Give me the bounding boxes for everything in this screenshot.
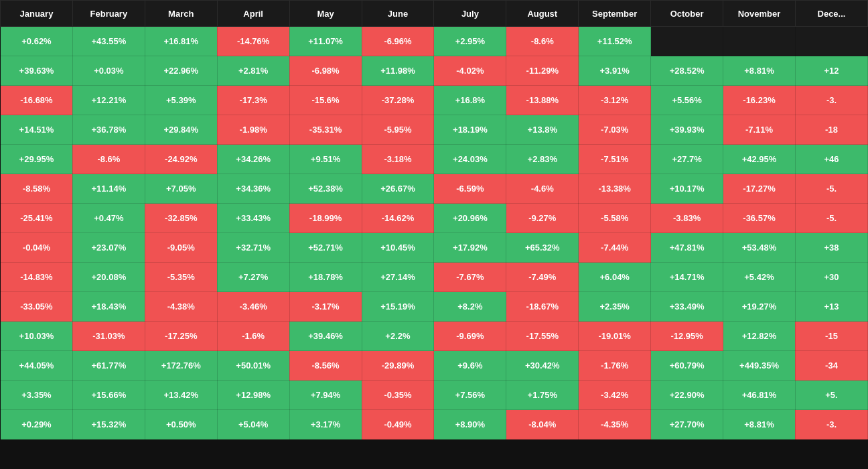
- table-row: +29.95%-8.6%-24.92%+34.26%+9.51%-3.18%+2…: [1, 145, 868, 174]
- cell: -8.56%: [289, 351, 362, 381]
- col-header-june: June: [362, 1, 434, 27]
- cell: -8.04%: [506, 410, 579, 440]
- cell: +23.07%: [72, 233, 145, 263]
- cell: +0.03%: [72, 56, 145, 86]
- cell: +7.56%: [434, 381, 506, 410]
- cell: -8.6%: [506, 27, 579, 56]
- cell: -18.99%: [289, 204, 362, 233]
- cell: -12.95%: [651, 322, 723, 351]
- table-row: -8.58%+11.14%+7.05%+34.36%+52.38%+26.67%…: [1, 174, 868, 204]
- cell: -3.: [795, 86, 867, 115]
- cell: -17.25%: [145, 322, 217, 351]
- cell: -36.57%: [723, 204, 796, 233]
- cell: +39.63%: [1, 56, 73, 86]
- cell: -29.89%: [362, 351, 434, 381]
- cell: -8.58%: [1, 174, 73, 204]
- cell: +10.17%: [651, 174, 723, 204]
- cell: +24.03%: [434, 145, 506, 174]
- performance-table: JanuaryFebruaryMarchAprilMayJuneJulyAugu…: [0, 0, 868, 440]
- cell: -15.6%: [289, 86, 362, 115]
- cell: +3.35%: [1, 381, 73, 410]
- cell: +46.81%: [723, 381, 796, 410]
- cell: +0.47%: [72, 204, 145, 233]
- cell: +2.83%: [506, 145, 579, 174]
- cell: +13: [795, 292, 867, 322]
- cell: +12.98%: [217, 381, 289, 410]
- cell: +39.93%: [651, 115, 723, 145]
- cell: +6.04%: [579, 263, 651, 292]
- cell: +53.48%: [723, 233, 796, 263]
- col-header-may: May: [289, 1, 362, 27]
- cell: +15.32%: [72, 410, 145, 440]
- cell: -4.02%: [434, 56, 506, 86]
- cell: +7.27%: [217, 263, 289, 292]
- cell: +9.6%: [434, 351, 506, 381]
- col-header-february: February: [72, 1, 145, 27]
- col-header-dece: Dece...: [795, 1, 867, 27]
- cell: -0.49%: [362, 410, 434, 440]
- cell: -31.03%: [72, 322, 145, 351]
- cell: -16.23%: [723, 86, 796, 115]
- cell: +172.76%: [145, 351, 217, 381]
- cell: +27.14%: [362, 263, 434, 292]
- cell: +2.81%: [217, 56, 289, 86]
- cell: +29.84%: [145, 115, 217, 145]
- cell: +11.07%: [289, 27, 362, 56]
- cell: -34: [795, 351, 867, 381]
- cell: +18.43%: [72, 292, 145, 322]
- cell: +5.42%: [723, 263, 796, 292]
- cell: +3.91%: [579, 56, 651, 86]
- cell: +7.94%: [289, 381, 362, 410]
- cell: -13.38%: [579, 174, 651, 204]
- cell: -5.58%: [579, 204, 651, 233]
- cell: -3.17%: [289, 292, 362, 322]
- cell: +46: [795, 145, 867, 174]
- cell: -14.83%: [1, 263, 73, 292]
- cell: +0.62%: [1, 27, 73, 56]
- table-row: -25.41%+0.47%-32.85%+33.43%-18.99%-14.62…: [1, 204, 868, 233]
- cell: +13.8%: [506, 115, 579, 145]
- col-header-november: November: [723, 1, 796, 27]
- cell: -19.01%: [579, 322, 651, 351]
- cell: -7.44%: [579, 233, 651, 263]
- cell: -1.76%: [579, 351, 651, 381]
- cell: +3.17%: [289, 410, 362, 440]
- cell: +5.04%: [217, 410, 289, 440]
- cell: +1.75%: [506, 381, 579, 410]
- cell: -3.46%: [217, 292, 289, 322]
- cell: +7.05%: [145, 174, 217, 204]
- cell: -6.98%: [289, 56, 362, 86]
- cell: +12.82%: [723, 322, 796, 351]
- cell: -7.51%: [579, 145, 651, 174]
- cell: -3.18%: [362, 145, 434, 174]
- table-row: +14.51%+36.78%+29.84%-1.98%-35.31%-5.95%…: [1, 115, 868, 145]
- cell: -0.35%: [362, 381, 434, 410]
- cell: +12.21%: [72, 86, 145, 115]
- cell: +11.14%: [72, 174, 145, 204]
- cell: +38: [795, 233, 867, 263]
- cell: -7.03%: [579, 115, 651, 145]
- cell: +52.71%: [289, 233, 362, 263]
- cell: +17.92%: [434, 233, 506, 263]
- cell: -9.05%: [145, 233, 217, 263]
- cell: +33.49%: [651, 292, 723, 322]
- cell: +10.03%: [1, 322, 73, 351]
- cell: +16.81%: [145, 27, 217, 56]
- cell: +61.77%: [72, 351, 145, 381]
- cell: +26.67%: [362, 174, 434, 204]
- cell: +8.81%: [723, 410, 796, 440]
- cell: -17.27%: [723, 174, 796, 204]
- cell: [651, 27, 723, 56]
- cell: -37.28%: [362, 86, 434, 115]
- cell: -35.31%: [289, 115, 362, 145]
- cell: +47.81%: [651, 233, 723, 263]
- cell: +65.32%: [506, 233, 579, 263]
- cell: +20.96%: [434, 204, 506, 233]
- cell: -6.96%: [362, 27, 434, 56]
- cell: -5.: [795, 204, 867, 233]
- table-row: +0.29%+15.32%+0.50%+5.04%+3.17%-0.49%+8.…: [1, 410, 868, 440]
- cell: +50.01%: [217, 351, 289, 381]
- cell: -14.62%: [362, 204, 434, 233]
- cell: +33.43%: [217, 204, 289, 233]
- cell: +29.95%: [1, 145, 73, 174]
